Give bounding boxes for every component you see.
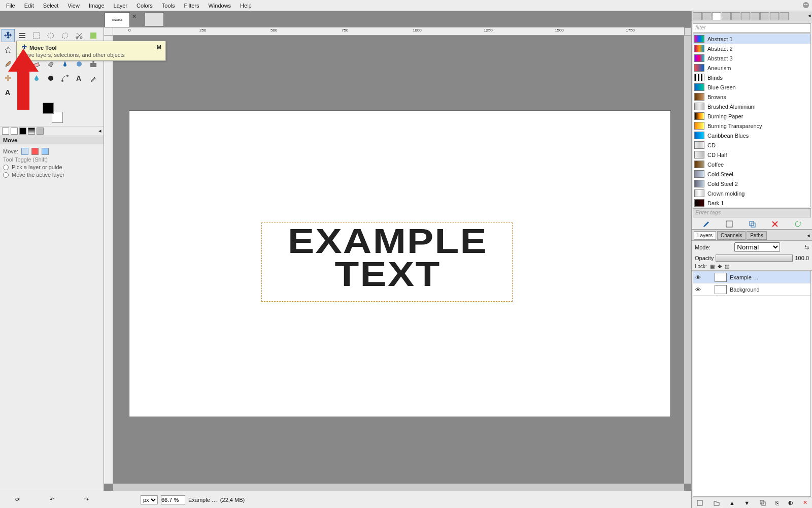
gradient-item[interactable]: Blue Green <box>693 82 810 92</box>
ruler-vertical[interactable] <box>104 36 113 484</box>
gradient-item[interactable]: CD <box>693 140 810 150</box>
gradient-item[interactable]: Aneurism <box>693 63 810 73</box>
gradient-filter-input[interactable]: filter <box>693 23 811 33</box>
canvas[interactable]: EXAMPLE TEXT <box>129 111 670 417</box>
fg-color[interactable] <box>43 103 54 114</box>
color-picker-tool[interactable] <box>87 72 100 85</box>
new-gradient-icon[interactable] <box>725 220 733 228</box>
path-tool[interactable] <box>58 72 72 85</box>
quickmask-toggle[interactable] <box>684 27 691 36</box>
radio-pick-layer[interactable] <box>3 165 9 170</box>
layer-name[interactable]: Example … <box>730 274 759 280</box>
visibility-toggle-icon[interactable]: 👁 <box>693 274 702 280</box>
gradient-item[interactable]: Blinds <box>693 73 810 82</box>
edit-gradient-icon[interactable] <box>702 220 710 228</box>
menu-view[interactable]: View <box>63 2 84 10</box>
lock-position-icon[interactable]: ✥ <box>718 264 722 269</box>
layer-row[interactable]: 👁Example … <box>693 271 810 283</box>
visibility-toggle-icon[interactable]: 👁 <box>693 287 702 293</box>
dock-tab-brushes-icon[interactable] <box>693 12 702 20</box>
tag-input[interactable]: Enter tags <box>693 208 811 217</box>
menu-filters[interactable]: Filters <box>180 2 204 10</box>
opacity-slider[interactable] <box>716 255 793 262</box>
gradient-item[interactable]: Abstract 1 <box>693 34 810 44</box>
menu-colors[interactable]: Colors <box>132 2 157 10</box>
menu-tools[interactable]: Tools <box>158 2 179 10</box>
dock-tab-e-icon[interactable] <box>770 12 779 20</box>
dock-tab-patterns-icon[interactable] <box>702 12 712 20</box>
dock-tab-c-icon[interactable] <box>751 12 760 20</box>
zoom-input[interactable] <box>161 495 185 504</box>
tab-channels[interactable]: Channels <box>717 231 746 240</box>
move-mode-selection-icon[interactable] <box>31 148 39 155</box>
viewport[interactable]: EXAMPLE TEXT <box>113 36 684 484</box>
layer-row[interactable]: 👁Background <box>693 283 810 296</box>
delete-layer-icon[interactable]: ✕ <box>803 499 807 506</box>
tool-options-menu-icon[interactable]: ◂ <box>98 128 101 135</box>
gradient-item[interactable]: Cold Steel 2 <box>693 179 810 188</box>
new-group-icon[interactable] <box>713 499 720 506</box>
gradient-item[interactable]: Crown molding <box>693 188 810 198</box>
scrollbar-vertical[interactable] <box>684 36 691 484</box>
dock-menu-icon[interactable]: ◂ <box>808 12 811 21</box>
delete-gradient-icon[interactable] <box>771 220 779 228</box>
move-mode-layer-icon[interactable] <box>21 148 28 155</box>
dock-tab-gradients-icon[interactable] <box>712 12 721 20</box>
tab-layers[interactable]: Layers <box>694 231 716 240</box>
dock-tab-fonts-icon[interactable] <box>722 12 731 20</box>
gradient-item[interactable]: Browns <box>693 92 810 102</box>
unit-select[interactable]: px <box>141 495 158 504</box>
layers-list[interactable]: 👁Example …👁Background <box>693 271 811 497</box>
gradient-item[interactable]: Abstract 2 <box>693 44 810 53</box>
menu-help[interactable]: Help <box>236 2 256 10</box>
lower-layer-icon[interactable]: ▼ <box>744 500 750 506</box>
color-swatches[interactable] <box>43 103 63 123</box>
new-layer-icon[interactable] <box>696 499 703 506</box>
image-tab-2[interactable] <box>145 12 164 26</box>
mode-select[interactable]: Normal <box>734 242 780 252</box>
duplicate-gradient-icon[interactable] <box>748 220 756 228</box>
gradient-item[interactable]: Caribbean Blues <box>693 131 810 140</box>
gradient-item[interactable]: Burning Paper <box>693 111 810 121</box>
brush-indicator[interactable] <box>2 128 9 135</box>
mode-switch-icon[interactable]: ⇆ <box>804 244 809 250</box>
dock-tab-f-icon[interactable] <box>780 12 789 20</box>
mask-icon[interactable]: ◐ <box>788 499 793 506</box>
image-tab-1[interactable]: EXAMPLE <box>105 12 130 27</box>
lock-alpha-icon[interactable]: ▨ <box>725 264 729 269</box>
close-image-tab-icon[interactable]: ✕ <box>132 13 139 20</box>
menu-select[interactable]: Select <box>39 2 63 10</box>
text-tool[interactable]: A <box>73 72 86 85</box>
move-mode-path-icon[interactable] <box>42 148 49 155</box>
layers-menu-icon[interactable]: ◂ <box>807 232 810 239</box>
delete-tool-options-icon[interactable]: ↷ <box>84 496 89 503</box>
menu-image[interactable]: Image <box>85 2 109 10</box>
image-indicator[interactable] <box>37 128 44 135</box>
ruler-corner[interactable] <box>104 27 113 36</box>
gradient-item[interactable]: Abstract 3 <box>693 53 810 63</box>
radio-move-active[interactable] <box>3 172 9 178</box>
move-tool[interactable] <box>2 29 15 42</box>
save-tool-options-icon[interactable]: ↶ <box>50 496 54 503</box>
font-indicator[interactable] <box>28 128 35 135</box>
ruler-horizontal[interactable]: 0 250 500 750 1000 1250 1500 1750 <box>113 27 684 36</box>
dock-tab-d-icon[interactable] <box>760 12 769 20</box>
gradient-item[interactable]: Brushed Aluminium <box>693 102 810 111</box>
menu-layer[interactable]: Layer <box>110 2 132 10</box>
reset-tool-options-icon[interactable]: ⟳ <box>15 496 20 503</box>
menu-windows[interactable]: Windows <box>204 2 235 10</box>
pattern-indicator[interactable] <box>11 128 18 135</box>
refresh-gradient-icon[interactable] <box>794 220 802 228</box>
tab-paths[interactable]: Paths <box>747 231 767 240</box>
duplicate-layer-icon[interactable] <box>759 499 766 506</box>
dock-tab-b-icon[interactable] <box>741 12 750 20</box>
dodge-tool[interactable] <box>44 72 57 85</box>
gradient-item[interactable]: Coffee <box>693 160 810 169</box>
raise-layer-icon[interactable]: ▲ <box>729 500 735 506</box>
gradient-item[interactable]: Burning Transparency <box>693 121 810 131</box>
scrollbar-horizontal[interactable] <box>113 484 684 491</box>
gradient-item[interactable]: CD Half <box>693 150 810 160</box>
layer-name[interactable]: Background <box>730 287 760 293</box>
gradient-list[interactable]: Abstract 1Abstract 2Abstract 3AneurismBl… <box>693 34 811 207</box>
gradient-item[interactable]: Dark 1 <box>693 198 810 207</box>
